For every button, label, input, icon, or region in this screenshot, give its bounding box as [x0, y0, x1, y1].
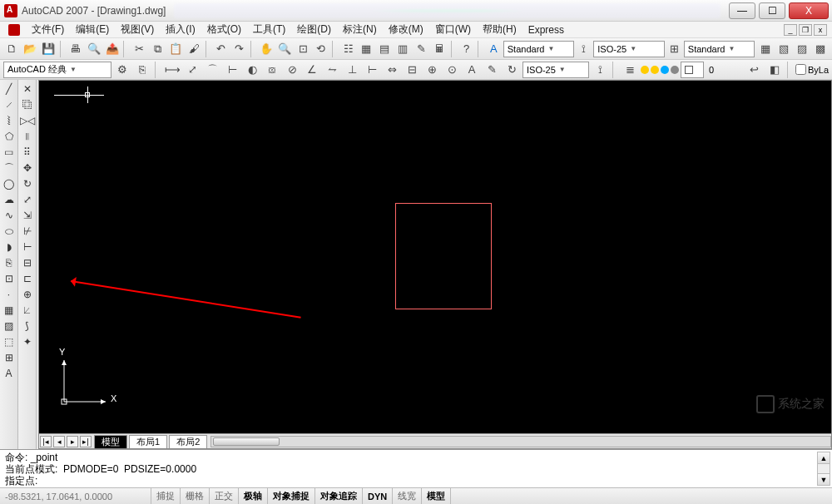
table-tool[interactable]: ⊞ — [2, 350, 17, 365]
menu-modify[interactable]: 修改(M) — [384, 22, 428, 37]
ortho-toggle[interactable]: 正交 — [210, 488, 239, 504]
textstyle-combo[interactable]: Standard▼ — [503, 41, 575, 57]
textstyle-icon[interactable]: A — [485, 40, 503, 58]
mdi-restore-button[interactable]: ❐ — [799, 24, 812, 36]
sheet-set-button[interactable]: ▥ — [394, 40, 412, 58]
command-scrollbar[interactable]: ▲ ▼ — [817, 452, 830, 486]
tab-nav-last[interactable]: ▸| — [80, 436, 92, 447]
menu-draw[interactable]: 绘图(D) — [292, 22, 336, 37]
lineweight-toggle[interactable]: 线宽 — [393, 488, 422, 504]
tool-palettes-button[interactable]: ▤ — [376, 40, 394, 58]
dim-radius-button[interactable]: ◐ — [243, 61, 261, 79]
zoom-window-button[interactable]: ⊡ — [295, 40, 312, 58]
window-minimize-button[interactable]: — — [729, 2, 755, 19]
menu-dimension[interactable]: 标注(N) — [338, 22, 382, 37]
extend-tool[interactable]: ⊢ — [20, 240, 35, 254]
menu-edit[interactable]: 编辑(E) — [71, 22, 114, 37]
scale-tool[interactable]: ⤢ — [20, 192, 35, 207]
scrollbar-thumb[interactable] — [213, 437, 280, 446]
workspace-combo[interactable]: AutoCAD 经典▼ — [3, 62, 111, 78]
workspace-settings-button[interactable]: ⚙ — [113, 61, 131, 79]
cut-button[interactable]: ✂ — [131, 40, 148, 58]
tab-nav-first[interactable]: |◂ — [40, 436, 52, 447]
window-arrange-button[interactable]: ▨ — [793, 40, 810, 58]
match-properties-button[interactable]: 🖌 — [186, 40, 203, 58]
zoom-realtime-button[interactable]: 🔍 — [276, 40, 294, 58]
layer-previous-button[interactable]: ↩ — [745, 61, 764, 79]
help-button[interactable]: ? — [458, 40, 475, 58]
tolerance-button[interactable]: ⊕ — [423, 61, 441, 79]
tab-model[interactable]: 模型 — [94, 435, 127, 448]
markup-button[interactable]: ✎ — [413, 40, 430, 58]
hatch-tool[interactable]: ▦ — [2, 303, 17, 318]
save-button[interactable]: 💾 — [40, 40, 57, 58]
insert-block-tool[interactable]: ⎘ — [2, 255, 17, 270]
color-control-button[interactable]: ◧ — [765, 61, 784, 79]
open-button[interactable]: 📂 — [22, 40, 39, 58]
menu-tools[interactable]: 工具(T) — [248, 22, 290, 37]
command-line[interactable]: 命令: _point 当前点模式: PDMODE=0 PDSIZE=0.0000… — [0, 449, 832, 487]
quickcalc-button[interactable]: 🖩 — [431, 40, 448, 58]
break-tool[interactable]: ⊏ — [20, 271, 35, 286]
coordinate-readout[interactable]: -98.5321, 17.0641, 0.0000 — [0, 488, 151, 504]
undo-button[interactable]: ↶ — [212, 40, 230, 58]
redo-button[interactable]: ↷ — [230, 40, 248, 58]
dyn-toggle[interactable]: DYN — [363, 488, 393, 504]
menu-window[interactable]: 窗口(W) — [430, 22, 476, 37]
construction-line-tool[interactable]: ⟋ — [2, 97, 17, 112]
region-tool[interactable]: ⬚ — [2, 334, 17, 349]
explode-tool[interactable]: ✦ — [20, 334, 35, 349]
snap-toggle[interactable]: 捕捉 — [151, 488, 181, 504]
line-tool[interactable]: ╱ — [2, 82, 17, 96]
dim-space-button[interactable]: ⇔ — [383, 61, 401, 79]
chamfer-tool[interactable]: ⟀ — [20, 303, 35, 318]
tablestyle-icon[interactable]: ⊞ — [666, 40, 683, 58]
model-toggle[interactable]: 模型 — [422, 488, 451, 504]
menu-file[interactable]: 文件(F) — [27, 22, 69, 37]
break-at-point-tool[interactable]: ⊟ — [20, 255, 35, 270]
dim-text-edit-button[interactable]: ✎ — [483, 61, 501, 79]
dim-break-button[interactable]: ⊟ — [403, 61, 421, 79]
polygon-tool[interactable]: ⬠ — [2, 129, 17, 144]
menu-express[interactable]: Express — [523, 24, 569, 36]
menu-help[interactable]: 帮助(H) — [478, 22, 522, 37]
polar-toggle[interactable]: 极轴 — [239, 488, 268, 504]
dim-arc-button[interactable]: ⌒ — [203, 61, 221, 79]
layer-manager-button[interactable]: ≣ — [621, 61, 639, 79]
bylayer-check[interactable]: ByLa — [795, 64, 829, 75]
arc-tool[interactable]: ⌒ — [2, 161, 17, 175]
tab-layout1[interactable]: 布局1 — [129, 435, 167, 448]
trim-tool[interactable]: ⊬ — [20, 224, 35, 239]
window-tile-button[interactable]: ▦ — [756, 40, 774, 58]
center-mark-button[interactable]: ⊙ — [443, 61, 461, 79]
zoom-previous-button[interactable]: ⟲ — [312, 40, 329, 58]
array-tool[interactable]: ⠿ — [20, 145, 35, 160]
offset-tool[interactable]: ⫴ — [20, 129, 35, 144]
tab-layout2[interactable]: 布局2 — [169, 435, 207, 448]
mdi-close-button[interactable]: x — [814, 24, 827, 36]
grid-toggle[interactable]: 栅格 — [181, 488, 210, 504]
osnap-toggle[interactable]: 对象捕捉 — [268, 488, 315, 504]
dim-continue-button[interactable]: ⊢ — [363, 61, 381, 79]
dimstyle-combo[interactable]: ISO-25▼ — [593, 41, 665, 57]
window-close-button[interactable]: X — [789, 2, 829, 19]
ellipse-arc-tool[interactable]: ◗ — [2, 240, 17, 254]
dim-diameter-button[interactable]: ⊘ — [283, 61, 301, 79]
join-tool[interactable]: ⊕ — [20, 287, 35, 302]
rectangle-tool[interactable]: ▭ — [2, 145, 17, 160]
tablestyle-combo[interactable]: Standard▼ — [684, 41, 755, 57]
spline-tool[interactable]: ∿ — [2, 208, 17, 223]
design-center-button[interactable]: ▦ — [358, 40, 375, 58]
layer-color-swatch[interactable] — [681, 62, 704, 78]
mirror-tool[interactable]: ▷◁ — [20, 113, 35, 128]
dimstyle-icon[interactable]: ⟟ — [575, 40, 592, 58]
tab-nav-next[interactable]: ▸ — [67, 436, 78, 447]
scroll-down-button[interactable]: ▼ — [818, 473, 830, 485]
stretch-tool[interactable]: ⇲ — [20, 208, 35, 223]
dim-style-button[interactable]: ⟟ — [591, 61, 609, 79]
rotate-tool[interactable]: ↻ — [20, 176, 35, 191]
ellipse-tool[interactable]: ⬭ — [2, 224, 17, 239]
horizontal-scrollbar[interactable] — [210, 436, 831, 447]
move-tool[interactable]: ✥ — [20, 161, 35, 175]
mtext-tool[interactable]: A — [2, 366, 17, 381]
